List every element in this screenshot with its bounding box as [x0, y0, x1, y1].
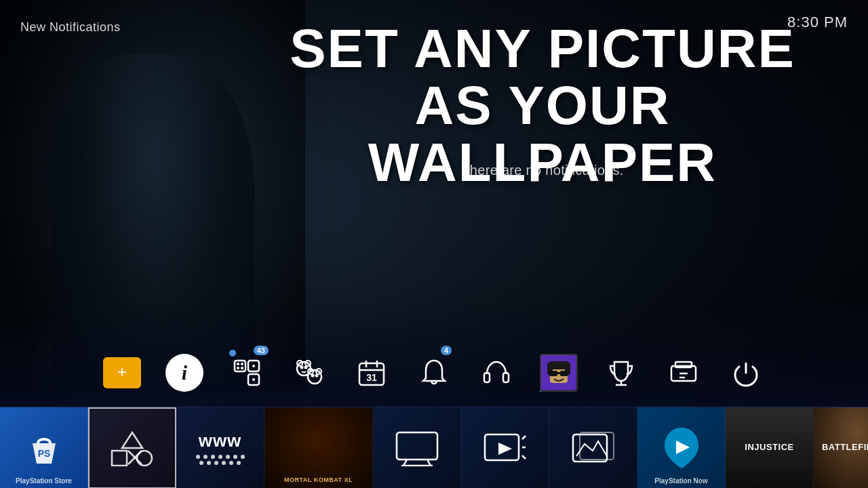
- svg-rect-34: [484, 373, 490, 382]
- no-notifications-panel: There are no notifications.: [271, 163, 814, 178]
- friends-badge-dot: [229, 350, 236, 357]
- svg-point-24: [308, 370, 321, 384]
- friends-icon: [231, 357, 263, 389]
- game-bar-ps-now[interactable]: PlayStation Now: [637, 407, 726, 489]
- video-icon: [481, 429, 529, 466]
- svg-line-65: [522, 455, 526, 459]
- whats-new-button[interactable]: i: [164, 352, 205, 393]
- trophies-button[interactable]: [601, 352, 642, 393]
- game-bar-browser[interactable]: www: [176, 407, 264, 489]
- svg-point-11: [237, 363, 239, 365]
- notifications-label: New Notifications: [20, 20, 121, 35]
- no-notifications-text: There are no notifications.: [461, 163, 623, 178]
- headset-icon: [480, 357, 513, 389]
- messages-button[interactable]: [289, 352, 330, 393]
- svg-rect-41: [549, 371, 557, 376]
- svg-point-16: [252, 378, 255, 381]
- settings-icon: [667, 357, 700, 389]
- function-bar: + i 43: [0, 352, 868, 393]
- svg-marker-52: [122, 432, 142, 448]
- game-bar-video[interactable]: [461, 407, 549, 489]
- svg-rect-43: [557, 372, 560, 374]
- photos-icon: [570, 429, 617, 466]
- friends-badge: 43: [254, 346, 269, 355]
- notifications-badge: 4: [441, 346, 452, 355]
- tv-icon: [393, 429, 441, 466]
- game-bar-battlefield[interactable]: BATTLEFIELD 1: [814, 407, 868, 489]
- svg-point-13: [237, 367, 239, 369]
- power-icon: [730, 357, 762, 389]
- game-bar-mortal-kombat[interactable]: MORTAL KOMBAT XL: [264, 407, 373, 489]
- messages-icon: [293, 357, 326, 389]
- ps-plus-button[interactable]: +: [102, 352, 142, 393]
- svg-text:31: 31: [366, 372, 377, 383]
- svg-rect-57: [397, 432, 437, 460]
- svg-point-18: [252, 365, 255, 367]
- game-bar: PS PlayStation Store www: [0, 407, 868, 488]
- svg-rect-67: [580, 432, 614, 460]
- svg-rect-35: [503, 373, 509, 382]
- svg-rect-47: [675, 362, 692, 367]
- profile-button[interactable]: [538, 352, 579, 393]
- svg-point-12: [241, 367, 243, 369]
- settings-button[interactable]: [663, 352, 704, 393]
- game-bar-injustice[interactable]: INJUSTICE: [726, 407, 814, 489]
- game-bar-ps4-ui[interactable]: [88, 407, 176, 489]
- ps-store-label: PlayStation Store: [0, 477, 87, 485]
- ps-now-icon: [661, 424, 702, 472]
- title-line1: SET ANY PICTURE: [290, 18, 795, 79]
- bell-icon: [418, 357, 450, 389]
- svg-rect-42: [560, 371, 568, 376]
- game-bar-ps-store[interactable]: PS PlayStation Store: [0, 407, 88, 489]
- svg-line-59: [427, 460, 431, 466]
- ps-now-label: PlayStation Now: [637, 477, 725, 485]
- power-button[interactable]: [726, 352, 766, 393]
- mk-label: MORTAL KOMBAT XL: [284, 476, 353, 483]
- svg-marker-62: [498, 443, 512, 455]
- friends-button[interactable]: 43: [226, 352, 267, 393]
- profile-avatar: [540, 354, 578, 392]
- svg-line-63: [522, 436, 526, 439]
- events-button[interactable]: 31: [351, 352, 392, 393]
- svg-rect-10: [235, 361, 245, 371]
- ps-store-icon: PS: [20, 424, 68, 472]
- calendar-icon: 31: [355, 357, 388, 389]
- svg-line-58: [403, 460, 407, 466]
- svg-rect-53: [112, 451, 127, 466]
- game-bar-photos[interactable]: [549, 407, 637, 489]
- info-icon: i: [165, 354, 203, 392]
- www-icon: www: [199, 430, 242, 451]
- bf1-label: BATTLEFIELD 1: [822, 442, 868, 452]
- injustice-label: INJUSTICE: [745, 442, 793, 452]
- svg-point-14: [241, 363, 243, 365]
- ps4-shapes-icon: [111, 429, 155, 466]
- ps-plus-icon: +: [103, 357, 141, 388]
- notifications-button[interactable]: 4: [414, 352, 454, 393]
- party-button[interactable]: [476, 352, 517, 393]
- svg-text:PS: PS: [37, 448, 50, 459]
- trophy-icon: [605, 357, 637, 389]
- game-bar-tv[interactable]: [373, 407, 461, 489]
